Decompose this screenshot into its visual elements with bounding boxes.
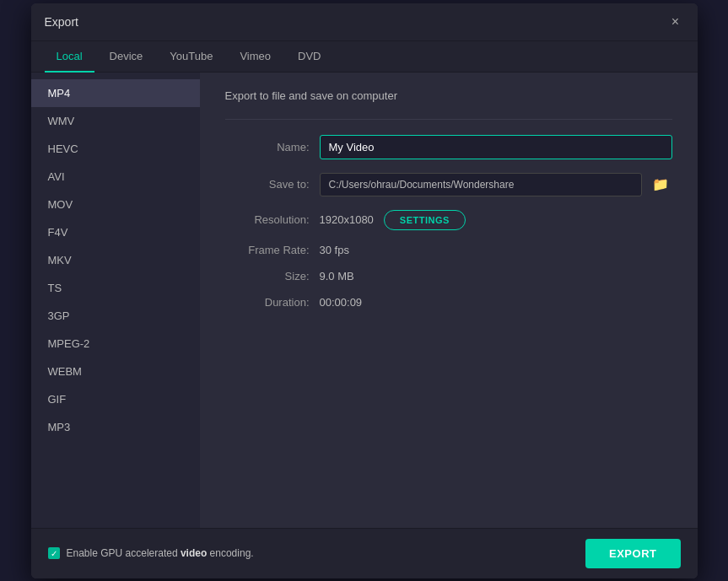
- tab-device[interactable]: Device: [98, 41, 155, 73]
- export-button[interactable]: EXPORT: [585, 539, 680, 568]
- export-dialog: Export × Local Device YouTube Vimeo DVD …: [31, 3, 698, 578]
- format-webm[interactable]: WEBM: [31, 358, 200, 385]
- tab-youtube[interactable]: YouTube: [158, 41, 224, 73]
- size-value: 9.0 MB: [320, 270, 354, 282]
- tab-vimeo[interactable]: Vimeo: [228, 41, 283, 73]
- resolution-row: Resolution: 1920x1080 SETTINGS: [225, 210, 672, 230]
- browse-folder-button[interactable]: 📁: [649, 175, 672, 194]
- duration-value: 00:00:09: [320, 296, 363, 309]
- format-sidebar: MP4 WMV HEVC AVI MOV F4V MKV TS 3GP MPEG…: [31, 73, 200, 528]
- format-gif[interactable]: GIF: [31, 385, 200, 413]
- gpu-checkbox[interactable]: ✓: [48, 547, 60, 559]
- format-ts[interactable]: TS: [31, 274, 200, 302]
- resolution-value: 1920x1080: [320, 213, 374, 226]
- resolution-controls: 1920x1080 SETTINGS: [320, 210, 466, 230]
- save-to-path: C:/Users/ohrau/Documents/Wondershare: [320, 173, 642, 196]
- name-input[interactable]: [320, 135, 672, 159]
- format-mpeg2[interactable]: MPEG-2: [31, 330, 200, 358]
- frame-rate-value: 30 fps: [320, 244, 349, 256]
- gpu-checkbox-container[interactable]: ✓ Enable GPU accelerated video encoding.: [48, 547, 254, 559]
- content-area: MP4 WMV HEVC AVI MOV F4V MKV TS 3GP MPEG…: [31, 73, 698, 528]
- format-hevc[interactable]: HEVC: [31, 135, 200, 163]
- bottom-bar: ✓ Enable GPU accelerated video encoding.…: [31, 528, 698, 578]
- check-icon: ✓: [51, 549, 57, 558]
- size-label: Size:: [225, 270, 310, 282]
- save-to-row: Save to: C:/Users/ohrau/Documents/Wonder…: [225, 173, 672, 196]
- format-mp4[interactable]: MP4: [31, 79, 200, 107]
- title-bar: Export ×: [31, 3, 698, 41]
- section-title: Export to file and save on computer: [225, 89, 672, 102]
- format-wmv[interactable]: WMV: [31, 107, 200, 135]
- name-label: Name:: [225, 141, 310, 153]
- close-button[interactable]: ×: [667, 13, 684, 30]
- resolution-label: Resolution:: [225, 213, 310, 226]
- format-3gp[interactable]: 3GP: [31, 302, 200, 330]
- save-to-container: C:/Users/ohrau/Documents/Wondershare 📁: [320, 173, 672, 196]
- settings-button[interactable]: SETTINGS: [384, 210, 466, 230]
- divider: [225, 119, 672, 120]
- folder-icon: 📁: [652, 177, 669, 191]
- format-avi[interactable]: AVI: [31, 163, 200, 191]
- gpu-checkbox-label: Enable GPU accelerated video encoding.: [67, 547, 254, 559]
- duration-row: Duration: 00:00:09: [225, 296, 672, 309]
- tab-dvd[interactable]: DVD: [286, 41, 332, 73]
- save-to-label: Save to:: [225, 178, 310, 191]
- format-mp3[interactable]: MP3: [31, 413, 200, 441]
- frame-rate-row: Frame Rate: 30 fps: [225, 244, 672, 256]
- tab-bar: Local Device YouTube Vimeo DVD: [31, 41, 698, 73]
- frame-rate-label: Frame Rate:: [225, 244, 310, 256]
- export-form: Export to file and save on computer Name…: [200, 73, 698, 528]
- format-f4v[interactable]: F4V: [31, 218, 200, 246]
- name-row: Name:: [225, 135, 672, 159]
- duration-label: Duration:: [225, 296, 310, 309]
- dialog-title: Export: [45, 15, 78, 29]
- format-mov[interactable]: MOV: [31, 191, 200, 218]
- format-mkv[interactable]: MKV: [31, 246, 200, 274]
- size-row: Size: 9.0 MB: [225, 270, 672, 282]
- tab-local[interactable]: Local: [45, 41, 94, 73]
